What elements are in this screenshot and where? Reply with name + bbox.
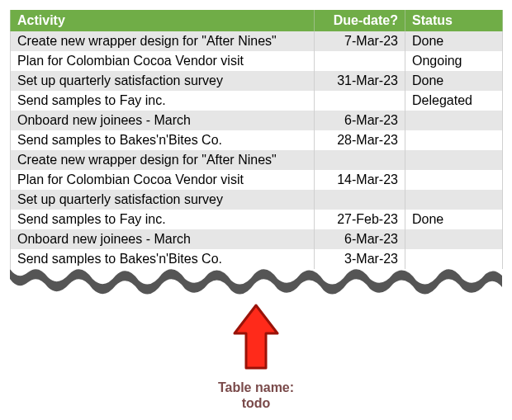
activity-cell[interactable]: Send samples to Fay inc. [11, 210, 315, 229]
status-cell[interactable]: Done [405, 31, 503, 51]
status-cell[interactable] [405, 111, 503, 130]
table-row[interactable]: Send samples to Bakes'n'Bites Co.28-Mar-… [11, 130, 503, 150]
caption-line1: Table name: [0, 380, 512, 395]
status-cell[interactable]: Delegated [405, 91, 503, 111]
table-row[interactable]: Set up quarterly satisfaction survey31-M… [11, 71, 503, 91]
header-row: Activity Due-date? Status [11, 10, 503, 31]
table-row[interactable]: Plan for Colombian Cocoa Vendor visit14-… [11, 170, 503, 190]
due-cell[interactable]: 6-Mar-23 [315, 111, 405, 130]
activity-cell[interactable]: Onboard new joinees - March [11, 229, 315, 249]
table-row[interactable]: Send samples to Fay inc.27-Feb-23Done [11, 210, 503, 229]
status-cell[interactable] [405, 190, 503, 210]
activity-cell[interactable]: Plan for Colombian Cocoa Vendor visit [11, 51, 315, 71]
due-cell[interactable] [315, 91, 405, 111]
due-cell[interactable]: 6-Mar-23 [315, 229, 405, 249]
due-cell[interactable]: 27-Feb-23 [315, 210, 405, 229]
todo-table[interactable]: Activity Due-date? Status Create new wra… [10, 10, 503, 269]
activity-cell[interactable]: Create new wrapper design for "After Nin… [11, 150, 315, 170]
table-row[interactable]: Set up quarterly satisfaction survey [11, 190, 503, 210]
col-header-due[interactable]: Due-date? [315, 10, 405, 31]
col-header-status[interactable]: Status [405, 10, 503, 31]
status-cell[interactable] [405, 150, 503, 170]
table-row[interactable]: Send samples to Fay inc.Delegated [11, 91, 503, 111]
table-row[interactable]: Onboard new joinees - March6-Mar-23 [11, 229, 503, 249]
activity-cell[interactable]: Send samples to Fay inc. [11, 91, 315, 111]
due-cell[interactable]: 28-Mar-23 [315, 130, 405, 150]
activity-cell[interactable]: Plan for Colombian Cocoa Vendor visit [11, 170, 315, 190]
caption-line2: todo [0, 395, 512, 411]
torn-edge-decoration [10, 269, 502, 309]
due-cell[interactable] [315, 150, 405, 170]
activity-cell[interactable]: Create new wrapper design for "After Nin… [11, 31, 315, 51]
due-cell[interactable]: 14-Mar-23 [315, 170, 405, 190]
status-cell[interactable] [405, 170, 503, 190]
due-cell[interactable] [315, 51, 405, 71]
caption: Table name: todo [0, 380, 512, 411]
activity-cell[interactable]: Onboard new joinees - March [11, 111, 315, 130]
table-row[interactable]: Create new wrapper design for "After Nin… [11, 150, 503, 170]
status-cell[interactable] [405, 130, 503, 150]
status-cell[interactable]: Done [405, 71, 503, 91]
status-cell[interactable] [405, 229, 503, 249]
due-cell[interactable]: 31-Mar-23 [315, 71, 405, 91]
status-cell[interactable]: Ongoing [405, 51, 503, 71]
table-row[interactable]: Create new wrapper design for "After Nin… [11, 31, 503, 51]
table-row[interactable]: Plan for Colombian Cocoa Vendor visitOng… [11, 51, 503, 71]
due-cell[interactable] [315, 190, 405, 210]
status-cell[interactable]: Done [405, 210, 503, 229]
col-header-activity[interactable]: Activity [11, 10, 315, 31]
table-row[interactable]: Onboard new joinees - March6-Mar-23 [11, 111, 503, 130]
activity-cell[interactable]: Send samples to Bakes'n'Bites Co. [11, 130, 315, 150]
arrow-up-icon [231, 304, 281, 371]
due-cell[interactable]: 7-Mar-23 [315, 31, 405, 51]
activity-cell[interactable]: Set up quarterly satisfaction survey [11, 190, 315, 210]
activity-cell[interactable]: Set up quarterly satisfaction survey [11, 71, 315, 91]
